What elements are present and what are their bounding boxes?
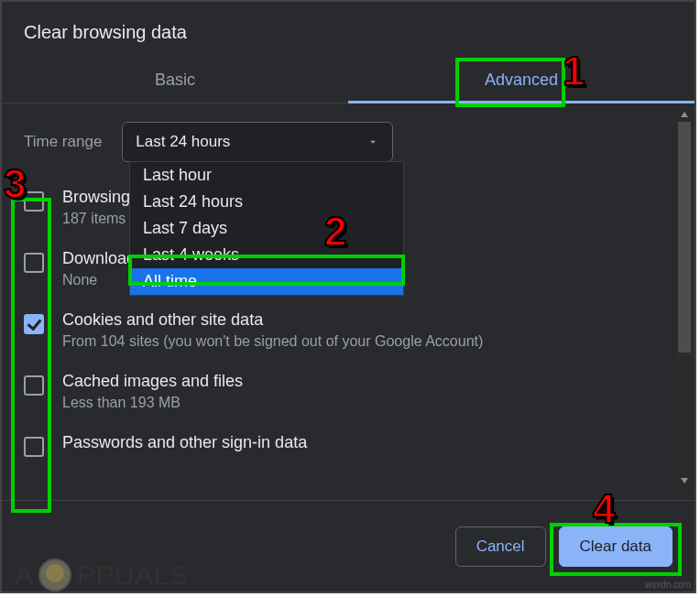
item-subtitle: From 104 sites (you won't be signed out … bbox=[62, 333, 673, 350]
option-last-7-days[interactable]: Last 7 days bbox=[130, 215, 403, 242]
item-passwords[interactable]: Passwords and other sign-in data bbox=[24, 424, 673, 470]
item-text: Cookies and other site data From 104 sit… bbox=[62, 310, 673, 350]
item-subtitle: Less than 193 MB bbox=[62, 395, 673, 411]
option-all-time[interactable]: All time bbox=[130, 268, 403, 295]
time-range-dropdown: Last hour Last 24 hours Last 7 days Last… bbox=[129, 161, 404, 296]
item-title: Cookies and other site data bbox=[62, 310, 673, 330]
checkbox-download-history[interactable] bbox=[24, 253, 44, 273]
item-text: Cached images and files Less than 193 MB bbox=[62, 372, 673, 411]
checkbox-passwords[interactable] bbox=[24, 437, 44, 457]
dialog-body: Time range Last 24 hours Browsing histor… bbox=[2, 103, 695, 497]
option-last-4-weeks[interactable]: Last 4 weeks bbox=[130, 242, 403, 268]
time-range-label: Time range bbox=[24, 133, 102, 151]
option-last-hour[interactable]: Last hour bbox=[130, 162, 403, 189]
checkbox-browsing-history[interactable] bbox=[24, 191, 44, 212]
scrollbar-thumb[interactable] bbox=[678, 122, 691, 353]
item-cached-images[interactable]: Cached images and files Less than 193 MB bbox=[24, 363, 673, 424]
scroll-up-icon[interactable] bbox=[676, 107, 693, 122]
item-title: Cached images and files bbox=[62, 372, 673, 391]
dialog-footer: Cancel Clear data bbox=[2, 500, 695, 592]
item-text: Passwords and other sign-in data bbox=[62, 433, 673, 457]
item-cookies[interactable]: Cookies and other site data From 104 sit… bbox=[24, 301, 673, 363]
checkbox-cookies[interactable] bbox=[24, 314, 44, 334]
cancel-button[interactable]: Cancel bbox=[455, 526, 546, 567]
chevron-down-icon bbox=[366, 136, 379, 148]
tab-basic[interactable]: Basic bbox=[2, 60, 348, 103]
scrollbar[interactable] bbox=[676, 107, 693, 488]
time-range-select[interactable]: Last 24 hours bbox=[122, 122, 393, 162]
item-title: Passwords and other sign-in data bbox=[62, 433, 673, 452]
scroll-down-icon[interactable] bbox=[676, 473, 693, 488]
clear-browsing-data-dialog: Clear browsing data Basic Advanced Time … bbox=[0, 0, 696, 593]
scrollbar-track[interactable] bbox=[676, 122, 693, 473]
tabs: Basic Advanced bbox=[2, 60, 695, 103]
dialog-title: Clear browsing data bbox=[2, 2, 695, 60]
time-range-row: Time range Last 24 hours bbox=[24, 122, 673, 162]
checkbox-cached-images[interactable] bbox=[24, 375, 44, 396]
time-range-value: Last 24 hours bbox=[136, 133, 230, 151]
clear-data-button[interactable]: Clear data bbox=[559, 526, 673, 567]
corner-watermark: wsxdn.com bbox=[645, 580, 691, 590]
tab-advanced[interactable]: Advanced bbox=[348, 60, 695, 103]
option-last-24-hours[interactable]: Last 24 hours bbox=[130, 189, 403, 215]
